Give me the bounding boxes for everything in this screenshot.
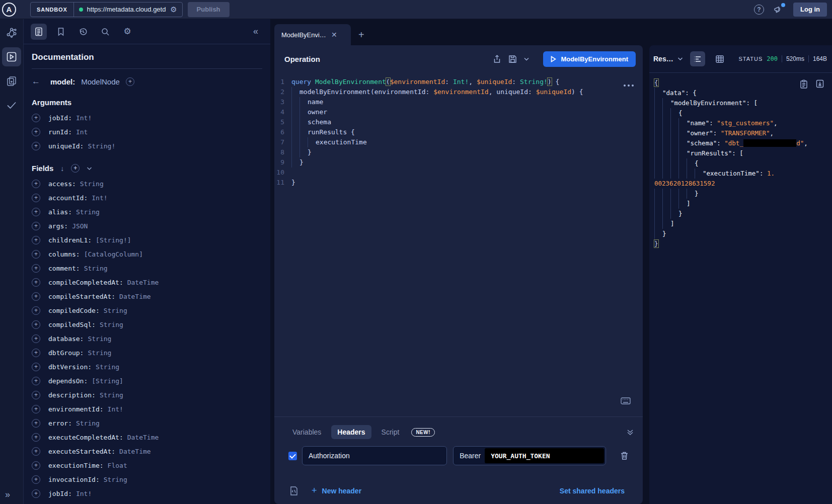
add-field-button[interactable]: + [32, 489, 40, 498]
add-field-button[interactable]: + [32, 180, 40, 188]
breadcrumb-type-link[interactable]: ModelNode [81, 77, 120, 86]
expand-rail-icon[interactable]: » [5, 489, 10, 500]
field-name-link[interactable]: jobId: [48, 114, 72, 122]
field-name-link[interactable]: error: [48, 419, 72, 427]
delete-header-icon[interactable] [620, 451, 629, 460]
field-name-link[interactable]: dbtGroup: [48, 349, 84, 357]
field-name-link[interactable]: environmentId: [48, 405, 104, 413]
add-field-button[interactable]: + [32, 461, 40, 470]
field-type-link[interactable]: DateTime [119, 448, 151, 455]
field-type-link[interactable]: String [76, 208, 100, 216]
field-name-link[interactable]: compileCompletedAt: [48, 279, 123, 286]
login-button[interactable]: Log in [793, 3, 827, 17]
field-type-link[interactable]: Int [76, 128, 88, 136]
tab-script[interactable]: Script [375, 425, 406, 439]
schema-graph-icon[interactable] [2, 23, 21, 42]
add-all-fields-button[interactable]: + [71, 164, 80, 173]
field-name-link[interactable]: dbtVersion: [48, 363, 92, 371]
field-type-link[interactable]: [String!] [96, 236, 131, 244]
add-field-button[interactable]: + [32, 292, 40, 301]
field-name-link[interactable]: args: [48, 222, 68, 230]
keyboard-shortcuts-icon[interactable] [621, 397, 631, 404]
add-field-button[interactable]: + [32, 475, 40, 484]
field-type-link[interactable]: Float [108, 462, 127, 469]
field-name-link[interactable]: jobId: [48, 490, 72, 497]
save-icon[interactable] [508, 55, 517, 63]
history-icon[interactable] [75, 24, 91, 40]
field-type-link[interactable]: String [104, 307, 127, 314]
operation-tab[interactable]: ModelByEnvi… ✕ [274, 24, 351, 45]
field-type-link[interactable]: Int! [76, 490, 92, 497]
field-type-link[interactable]: [CatalogColumn] [84, 250, 143, 258]
endpoint-url-group[interactable]: https://metadata.cloud.getdbt.com ⚙ [74, 5, 182, 14]
operation-collections-icon[interactable] [2, 71, 21, 91]
add-field-button[interactable]: + [32, 349, 40, 357]
add-field-button[interactable]: + [32, 391, 40, 399]
field-name-link[interactable]: childrenL1: [48, 236, 92, 244]
field-name-link[interactable]: dependsOn: [48, 377, 88, 385]
add-field-button[interactable]: + [32, 306, 40, 315]
new-tab-button[interactable]: + [358, 29, 364, 41]
announcements-icon[interactable] [773, 5, 784, 15]
add-field-button[interactable]: + [32, 250, 40, 259]
field-type-link[interactable]: String [84, 265, 108, 272]
field-name-link[interactable]: comment: [48, 265, 80, 272]
collapse-section-icon[interactable] [627, 429, 634, 436]
documentation-tab-icon[interactable] [31, 24, 47, 40]
field-type-link[interactable]: String [88, 349, 111, 357]
add-field-button[interactable]: + [32, 208, 40, 216]
close-tab-icon[interactable]: ✕ [331, 31, 337, 39]
field-name-link[interactable]: database: [48, 335, 84, 343]
add-field-button[interactable]: + [126, 77, 134, 86]
environment-variables-icon[interactable] [289, 486, 298, 496]
explorer-icon[interactable] [2, 47, 21, 66]
field-type-link[interactable]: [String] [92, 377, 123, 385]
add-field-button[interactable]: + [32, 128, 40, 136]
tab-variables[interactable]: Variables [286, 425, 327, 439]
field-name-link[interactable]: alias: [48, 208, 72, 216]
run-operation-button[interactable]: ModelByEnvironment [543, 51, 636, 67]
tab-headers[interactable]: Headers [331, 425, 371, 439]
search-icon[interactable] [97, 24, 113, 40]
field-name-link[interactable]: description: [48, 391, 96, 399]
field-name-link[interactable]: accountId: [48, 194, 88, 202]
header-key-input[interactable]: Authorization [302, 446, 447, 465]
sort-fields-icon[interactable]: ↓ [60, 164, 64, 173]
add-field-button[interactable]: + [32, 405, 40, 413]
bookmarks-icon[interactable] [53, 24, 69, 40]
field-name-link[interactable]: columns: [48, 250, 80, 258]
save-options-chevron-icon[interactable] [524, 57, 529, 61]
set-shared-headers-link[interactable]: Set shared headers [560, 487, 625, 495]
header-enabled-checkbox[interactable] [288, 452, 297, 460]
checks-icon[interactable] [2, 96, 21, 115]
add-field-button[interactable]: + [32, 142, 40, 150]
field-name-link[interactable]: compiledCode: [48, 307, 100, 314]
field-type-link[interactable]: String [100, 391, 123, 399]
header-value-input[interactable]: Bearer YOUR_AUTH_TOKEN [453, 446, 606, 465]
add-field-button[interactable]: + [32, 447, 40, 456]
response-dropdown-chevron-icon[interactable] [677, 57, 683, 61]
field-name-link[interactable]: invocationId: [48, 476, 100, 483]
field-name-link[interactable]: access: [48, 180, 76, 188]
add-field-button[interactable]: + [32, 320, 40, 329]
add-field-button[interactable]: + [32, 419, 40, 428]
field-type-link[interactable]: Int! [76, 114, 92, 122]
field-name-link[interactable]: compiledSql: [48, 321, 96, 328]
field-type-link[interactable]: String [88, 335, 111, 343]
field-name-link[interactable]: executeCompletedAt: [48, 434, 123, 441]
copy-response-icon[interactable] [800, 79, 808, 89]
field-type-link[interactable]: DateTime [119, 293, 151, 300]
add-field-button[interactable]: + [32, 114, 40, 122]
share-icon[interactable] [493, 55, 501, 63]
new-header-button[interactable]: + New header [312, 485, 361, 496]
auth-token-value[interactable]: YOUR_AUTH_TOKEN [485, 448, 604, 463]
field-name-link[interactable]: executionTime: [48, 462, 104, 469]
field-type-link[interactable]: Int! [92, 194, 107, 202]
field-type-link[interactable]: String [96, 363, 119, 371]
add-field-button[interactable]: + [32, 334, 40, 343]
chevron-down-icon[interactable] [87, 166, 92, 171]
field-type-link[interactable]: DateTime [127, 279, 159, 286]
back-arrow-icon[interactable]: ← [32, 76, 40, 87]
add-field-button[interactable]: + [32, 264, 40, 273]
field-name-link[interactable]: compileStartedAt: [48, 293, 115, 300]
